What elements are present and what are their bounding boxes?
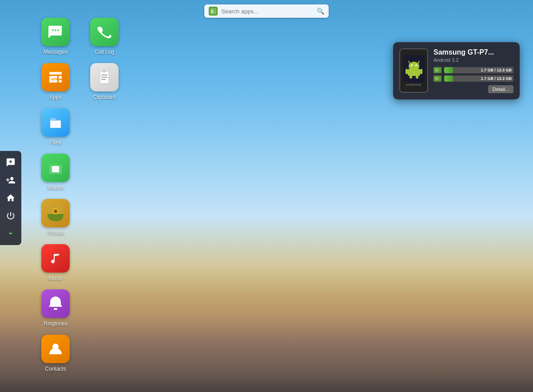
app-icon-contacts [41,335,70,363]
app-label-files: Files [50,139,61,146]
svg-rect-41 [435,77,438,80]
app-item-market[interactable]: Market [31,149,80,194]
device-name: Samsung GT-P7... [434,48,513,56]
storage-bar-1: 1.7 GB / 13.3 GB [444,67,513,73]
storage-fill-1 [444,67,453,73]
app-label-messages: Messages [44,49,68,55]
svg-rect-33 [406,69,408,74]
svg-rect-15 [103,70,106,72]
device-info: Samsung GT-P7... Android 3.2 1.7 GB / 13… [434,48,513,93]
svg-point-6 [52,29,54,31]
svg-rect-38 [435,68,438,72]
app-icon-clipboard [90,63,119,91]
app-icon-ringtones [41,289,70,318]
storage-text-2: 1.7 GB / 13.3 GB [481,75,512,82]
app-item-clipboard[interactable]: Clipboard [80,59,129,104]
app-icon-apps: APP [41,63,70,91]
app-item-messages[interactable]: Messages [31,13,80,59]
storage-text-1: 1.7 GB / 13.3 GB [481,67,512,73]
svg-rect-17 [101,77,107,78]
svg-rect-32 [408,69,420,76]
svg-point-30 [411,64,413,66]
storage-bar-2: 1.7 GB / 13.3 GB [444,75,513,82]
svg-rect-9 [49,72,62,75]
app-icon-calllog [90,18,119,46]
svg-rect-13 [59,80,62,83]
app-item-photos[interactable]: Photos [31,194,80,240]
storage-fill-2 [444,75,453,82]
device-popup: ANDROID Samsung GT-P7... Android 3.2 1.7… [393,42,520,99]
app-label-clipboard: Clipboard [93,94,115,100]
app-icon-files [41,108,70,137]
app-label-market: Market [48,185,64,191]
app-item-apps[interactable]: APP Apps [31,59,80,104]
svg-rect-4 [211,12,213,13]
svg-rect-19 [52,166,59,172]
app-item-ringtones[interactable]: Ringtones [31,285,80,330]
search-bar-app-icon [209,7,218,16]
app-label-apps: Apps [49,94,61,100]
sidebar-btn-user-add[interactable] [3,172,19,188]
app-icon-messages [41,18,70,46]
app-icon-photos [41,199,70,227]
sidebar-btn-send[interactable] [3,226,19,242]
storage-row-1: 1.7 GB / 13.3 GB [434,67,513,73]
search-icon[interactable]: 🔍 [317,8,324,15]
svg-rect-12 [59,76,62,79]
device-image: ANDROID [399,48,428,93]
svg-rect-2 [211,10,213,11]
sidebar-btn-power[interactable] [3,208,19,224]
search-input[interactable] [221,8,313,15]
app-label-calllog: Call Log [95,49,114,55]
app-item-files[interactable]: Files [31,104,80,149]
svg-text:APP: APP [51,77,59,81]
app-item-calllog[interactable]: Call Log [80,13,129,59]
app-item-music[interactable]: Music [31,240,80,285]
svg-point-8 [57,29,59,31]
storage-row-2: 1.7 GB / 13.3 GB [434,75,513,82]
app-icon-market [41,154,70,182]
svg-rect-35 [410,75,412,79]
svg-rect-18 [101,79,106,80]
svg-rect-34 [420,69,422,74]
storage-icon-1 [434,67,442,73]
device-os: Android 3.2 [434,57,513,63]
app-label-photos: Photos [47,230,64,236]
svg-point-24 [54,210,57,213]
svg-rect-22 [48,214,64,221]
sidebar-btn-home[interactable] [3,190,19,206]
svg-rect-16 [101,75,107,75]
storage-icon-2 [434,75,442,82]
app-grid: Messages Call Log APP [31,13,129,376]
app-label-contacts: Contacts [45,366,66,372]
device-screen [403,55,425,83]
app-label-ringtones: Ringtones [44,321,68,327]
detail-button[interactable]: Detail... [488,85,513,93]
svg-rect-25 [54,308,57,310]
svg-point-7 [55,29,56,31]
device-brand-text: ANDROID [406,83,422,86]
app-label-music: Music [48,275,62,281]
svg-point-31 [415,64,417,66]
app-icon-music [41,244,70,273]
search-bar[interactable]: 🔍 [204,4,329,18]
svg-rect-42 [439,78,440,79]
svg-rect-3 [211,11,214,12]
sidebar [0,151,21,245]
desktop: 🔍 [0,0,533,392]
svg-rect-39 [439,69,440,71]
svg-rect-36 [416,75,418,79]
app-item-contacts[interactable]: Contacts [31,330,80,376]
sidebar-btn-chat-add[interactable] [3,154,19,170]
